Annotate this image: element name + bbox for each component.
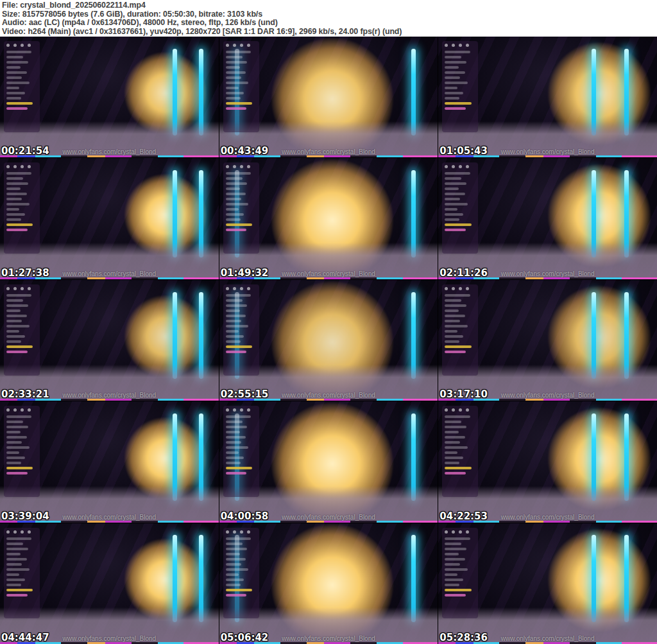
video-line: Video: h264 (Main) (avc1 / 0x31637661), … xyxy=(2,28,657,37)
chat-overlay-panel xyxy=(442,406,478,497)
chat-toolbar-icons xyxy=(445,287,475,290)
chat-username-tag xyxy=(226,229,247,231)
thumbnail-tile: 02:11:26 www.onlyfans.com/crystal_Blond xyxy=(438,158,657,279)
chat-overlay-panel xyxy=(442,528,478,619)
thumbnail-placeholder xyxy=(0,401,219,522)
chat-toolbar-icons xyxy=(226,408,257,412)
thumbnail-grid: 00:21:54 www.onlyfans.com/crystal_Blond … xyxy=(0,37,657,644)
chat-username-tag xyxy=(445,107,466,110)
thumbnail-placeholder xyxy=(219,37,438,157)
file-line: File: crystal_blond_202506022114.mp4 xyxy=(2,1,657,10)
chat-username-tag xyxy=(226,107,247,110)
thumbnail-tile: 03:39:04 www.onlyfans.com/crystal_Blond xyxy=(0,401,219,522)
thumbnail-placeholder xyxy=(219,280,438,401)
timestamp-label: 00:21:54 xyxy=(1,145,49,157)
chat-username-tag xyxy=(445,594,466,596)
chat-toolbar-icons xyxy=(6,408,37,412)
watermark-label: www.onlyfans.com/crystal_Blond xyxy=(282,635,375,642)
video-contact-sheet: File: crystal_blond_202506022114.mp4 Siz… xyxy=(0,0,657,644)
timestamp-label: 02:11:26 xyxy=(439,267,488,279)
chat-overlay-panel xyxy=(4,406,40,497)
thumbnail-placeholder xyxy=(0,523,219,644)
chat-username-tag xyxy=(445,589,471,591)
watermark-label: www.onlyfans.com/crystal_Blond xyxy=(282,392,375,399)
thumbnail-tile: 05:06:42 www.onlyfans.com/crystal_Blond xyxy=(219,523,438,644)
chat-username-tag xyxy=(226,472,247,474)
thumbnail-tile: 01:05:43 www.onlyfans.com/crystal_Blond xyxy=(438,37,657,157)
thumbnail-tile: 05:28:36 www.onlyfans.com/crystal_Blond xyxy=(438,523,657,644)
chat-overlay-panel xyxy=(442,284,478,376)
thumbnail-placeholder xyxy=(438,523,657,644)
thumbnail-tile: 04:00:58 www.onlyfans.com/crystal_Blond xyxy=(219,401,438,522)
chat-username-tag xyxy=(6,102,33,105)
thumbnail-placeholder xyxy=(0,280,219,401)
chat-username-tag xyxy=(6,589,33,591)
chat-toolbar-icons xyxy=(445,44,475,47)
timestamp-label: 01:49:32 xyxy=(221,267,269,279)
watermark-label: www.onlyfans.com/crystal_Blond xyxy=(63,514,157,521)
chat-overlay-panel xyxy=(4,284,40,376)
watermark-label: www.onlyfans.com/crystal_Blond xyxy=(282,148,375,155)
timestamp-label: 05:28:36 xyxy=(439,632,488,643)
watermark-label: www.onlyfans.com/crystal_Blond xyxy=(63,270,157,277)
thumbnail-tile: 01:27:38 www.onlyfans.com/crystal_Blond xyxy=(0,158,219,279)
chat-username-tag xyxy=(6,229,28,231)
chat-username-tag xyxy=(226,589,252,591)
timestamp-label: 02:33:21 xyxy=(1,388,49,400)
thumbnail-tile: 01:49:32 www.onlyfans.com/crystal_Blond xyxy=(219,158,438,279)
chat-username-tag xyxy=(445,351,466,353)
thumbnail-tile: 02:33:21 www.onlyfans.com/crystal_Blond xyxy=(0,280,219,401)
timestamp-label: 04:44:47 xyxy=(1,632,49,643)
chat-overlay-panel xyxy=(223,528,259,619)
thumbnail-placeholder xyxy=(0,37,219,157)
chat-overlay-panel xyxy=(223,162,259,254)
media-metadata-header: File: crystal_blond_202506022114.mp4 Siz… xyxy=(0,0,657,37)
size-line: Size: 8157578056 bytes (7.6 GiB), durati… xyxy=(2,10,657,19)
chat-username-tag xyxy=(6,472,28,474)
chat-toolbar-icons xyxy=(6,287,37,290)
chat-username-tag xyxy=(6,223,33,226)
thumbnail-placeholder xyxy=(219,523,438,644)
timestamp-label: 03:39:04 xyxy=(1,510,49,522)
chat-username-tag xyxy=(6,467,33,469)
thumbnail-tile: 00:21:54 www.onlyfans.com/crystal_Blond xyxy=(0,37,219,157)
chat-username-tag xyxy=(445,467,471,469)
timestamp-label: 05:06:42 xyxy=(221,632,269,643)
timestamp-label: 01:05:43 xyxy=(439,145,488,157)
chat-toolbar-icons xyxy=(6,165,37,168)
watermark-label: www.onlyfans.com/crystal_Blond xyxy=(501,635,595,642)
chat-username-tag xyxy=(6,107,28,110)
watermark-label: www.onlyfans.com/crystal_Blond xyxy=(501,148,595,155)
watermark-label: www.onlyfans.com/crystal_Blond xyxy=(501,392,595,399)
thumbnail-placeholder xyxy=(438,37,657,157)
watermark-label: www.onlyfans.com/crystal_Blond xyxy=(282,270,375,277)
thumbnail-placeholder xyxy=(438,401,657,522)
chat-overlay-panel xyxy=(223,406,259,497)
chat-username-tag xyxy=(226,467,252,469)
chat-username-tag xyxy=(445,229,466,231)
thumbnail-placeholder xyxy=(438,158,657,279)
thumbnail-tile: 03:17:10 www.onlyfans.com/crystal_Blond xyxy=(438,280,657,401)
chat-username-tag xyxy=(226,594,247,596)
chat-toolbar-icons xyxy=(6,530,37,534)
thumbnail-tile: 00:43:49 www.onlyfans.com/crystal_Blond xyxy=(219,37,438,157)
timestamp-label: 00:43:49 xyxy=(221,145,269,157)
watermark-label: www.onlyfans.com/crystal_Blond xyxy=(501,270,595,277)
chat-username-tag xyxy=(445,102,471,105)
timestamp-label: 03:17:10 xyxy=(439,388,488,400)
thumbnail-placeholder xyxy=(219,158,438,279)
thumbnail-placeholder xyxy=(219,401,438,522)
watermark-label: www.onlyfans.com/crystal_Blond xyxy=(63,392,157,399)
chat-toolbar-icons xyxy=(445,165,475,168)
chat-toolbar-icons xyxy=(226,530,257,534)
timestamp-label: 04:00:58 xyxy=(221,510,269,522)
watermark-label: www.onlyfans.com/crystal_Blond xyxy=(501,514,595,521)
chat-overlay-panel xyxy=(223,284,259,376)
chat-username-tag xyxy=(226,345,252,348)
chat-toolbar-icons xyxy=(445,408,475,412)
chat-toolbar-icons xyxy=(226,165,257,168)
chat-username-tag xyxy=(6,594,28,596)
chat-toolbar-icons xyxy=(226,287,257,290)
watermark-label: www.onlyfans.com/crystal_Blond xyxy=(63,148,157,155)
timestamp-label: 01:27:38 xyxy=(1,267,49,279)
